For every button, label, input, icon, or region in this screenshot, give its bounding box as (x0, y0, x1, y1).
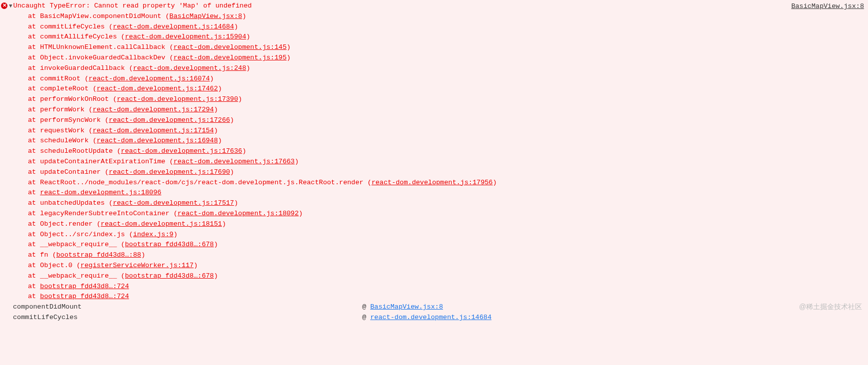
stack-source-link[interactable]: react-dom.development.js:17266 (109, 116, 230, 124)
stack-frame: at unbatchedUpdates (react-dom.developme… (28, 198, 868, 209)
stack-source-link[interactable]: react-dom.development.js:17294 (93, 106, 214, 113)
console-error-row: ✕ ▼ Uncaught TypeError: Cannot read prop… (0, 0, 868, 11)
stack-function-name: ReactRoot../node_modules/react-dom/cjs/r… (40, 179, 367, 186)
stack-source-link[interactable]: react-dom.development.js:18151 (101, 220, 222, 228)
async-stack-table: componentDidMount@ BasicMapView.jsx:8com… (0, 302, 868, 323)
async-stack-row: commitLifeCycles@ react-dom.development.… (13, 313, 868, 323)
stack-at-label: at (28, 33, 40, 40)
stack-function-name: performWorkOnRoot (40, 95, 113, 103)
stack-frame: at performWorkOnRoot (react-dom.developm… (28, 94, 868, 105)
stack-at-label: at (28, 23, 40, 30)
stack-function-name: completeRoot (40, 85, 92, 92)
stack-function-name: Object.0 (40, 262, 76, 269)
stack-source-link[interactable]: react-dom.development.js:16074 (89, 75, 210, 82)
stack-at-label: at (28, 95, 40, 103)
async-function-name: componentDidMount (13, 302, 362, 313)
stack-at-label: at (28, 85, 40, 92)
stack-source-link[interactable]: bootstrap fdd43d8…:88 (56, 251, 141, 259)
stack-at-label: at (28, 189, 40, 196)
stack-source-link[interactable]: registerServiceWorker.js:117 (80, 262, 194, 269)
stack-at-label: at (28, 106, 40, 113)
stack-source-link[interactable]: react-dom.development.js:145 (174, 43, 287, 51)
stack-function-name: Object.render (40, 220, 96, 228)
stack-frame: at bootstrap fdd43d8…:724 (28, 282, 868, 292)
stack-frame: at performSyncWork (react-dom.developmen… (28, 115, 868, 126)
stack-function-name: scheduleRootUpdate (40, 147, 117, 155)
stack-source-link[interactable]: react-dom.development.js:17690 (109, 168, 230, 176)
stack-source-link[interactable]: react-dom.development.js:17462 (97, 85, 218, 92)
stack-frame: at Object../src/index.js (index.js:9) (28, 230, 868, 240)
stack-source-link[interactable]: react-dom.development.js:195 (174, 54, 287, 61)
stack-frame: at __webpack_require__ (bootstrap fdd43d… (28, 271, 868, 282)
stack-source-link[interactable]: react-dom.development.js:18092 (178, 210, 299, 217)
stack-frame: at fn (bootstrap fdd43d8…:88) (28, 250, 868, 261)
stack-frame: at commitLifeCycles (react-dom.developme… (28, 22, 868, 32)
stack-at-label: at (28, 43, 40, 51)
stack-source-link[interactable]: react-dom.development.js:17956 (372, 179, 493, 186)
stack-frame: at updateContainer (react-dom.developmen… (28, 167, 868, 178)
stack-frame: at updateContainerAtExpirationTime (reac… (28, 157, 868, 167)
stack-at-label: at (28, 116, 40, 124)
stack-at-label: at (28, 210, 40, 217)
stack-function-name: performSyncWork (40, 116, 105, 124)
stack-at-label: at (28, 251, 40, 259)
stack-source-link[interactable]: bootstrap fdd43d8…:724 (40, 283, 129, 290)
stack-function-name: fn (40, 251, 52, 259)
stack-source-link[interactable]: react-dom.development.js:17517 (113, 199, 234, 207)
stack-at-label: at (28, 179, 40, 186)
stack-function-name: unbatchedUpdates (40, 199, 109, 207)
stack-frame: at Object.invokeGuardedCallbackDev (reac… (28, 53, 868, 63)
stack-source-link[interactable]: bootstrap fdd43d8…:724 (40, 293, 129, 300)
stack-at-label: at (28, 293, 40, 300)
stack-frame: at bootstrap fdd43d8…:724 (28, 292, 868, 302)
stack-at-label: at (28, 168, 40, 176)
stack-source-link[interactable]: BasicMapView.jsx:8 (170, 12, 242, 20)
async-source-link[interactable]: react-dom.development.js:14684 (370, 314, 491, 321)
stack-frame: at commitRoot (react-dom.development.js:… (28, 74, 868, 84)
stack-function-name: __webpack_require__ (40, 241, 121, 248)
stack-frame: at performWork (react-dom.development.js… (28, 105, 868, 115)
stack-function-name: performWork (40, 106, 88, 113)
error-icon: ✕ (1, 2, 7, 9)
stack-at-label: at (28, 220, 40, 228)
stack-frame: at scheduleWork (react-dom.development.j… (28, 136, 868, 146)
stack-frame: at Object.0 (registerServiceWorker.js:11… (28, 261, 868, 271)
stack-source-link[interactable]: react-dom.development.js:17636 (121, 147, 242, 155)
stack-source-link[interactable]: react-dom.development.js:17154 (93, 127, 214, 134)
disclosure-toggle[interactable]: ▼ (9, 1, 12, 11)
stack-function-name: updateContainer (40, 168, 105, 176)
stack-source-link[interactable]: react-dom.development.js:17663 (174, 158, 295, 165)
async-source-link[interactable]: BasicMapView.jsx:8 (370, 303, 443, 311)
stack-function-name: invokeGuardedCallback (40, 64, 129, 72)
stack-function-name: scheduleWork (40, 137, 92, 144)
stack-frame: at __webpack_require__ (bootstrap fdd43d… (28, 240, 868, 250)
stack-source-link[interactable]: react-dom.development.js:16948 (97, 137, 218, 144)
stack-source-link[interactable]: bootstrap fdd43d8…:678 (125, 272, 214, 280)
stack-frame: at Object.render (react-dom.development.… (28, 219, 868, 230)
stack-source-link[interactable]: bootstrap fdd43d8…:678 (125, 241, 214, 248)
stack-source-link[interactable]: react-dom.development.js:15904 (125, 33, 246, 40)
stack-frame: at requestWork (react-dom.development.js… (28, 126, 868, 136)
stack-at-label: at (28, 231, 40, 238)
stack-function-name: Object.invokeGuardedCallbackDev (40, 54, 169, 61)
stack-function-name: HTMLUnknownElement.callCallback (40, 43, 169, 51)
stack-source-link[interactable]: react-dom.development.js:18096 (40, 189, 161, 196)
error-source-link[interactable]: BasicMapView.jsx:8 (791, 1, 864, 12)
stack-frame: at commitAllLifeCycles (react-dom.develo… (28, 32, 868, 42)
stack-function-name: legacyRenderSubtreeIntoContainer (40, 210, 173, 217)
stack-at-label: at (28, 127, 40, 134)
stack-function-name: commitRoot (40, 75, 84, 82)
stack-at-label: at (28, 54, 40, 61)
stack-frame: at scheduleRootUpdate (react-dom.develop… (28, 146, 868, 157)
stack-source-link[interactable]: react-dom.development.js:14684 (113, 23, 234, 30)
stack-at-label: at (28, 283, 40, 290)
stack-function-name: commitLifeCycles (40, 23, 109, 30)
stack-frame: at completeRoot (react-dom.development.j… (28, 84, 868, 94)
stack-at-label: at (28, 272, 40, 280)
stack-at-label: at (28, 12, 40, 20)
stack-at-label: at (28, 147, 40, 155)
stack-source-link[interactable]: react-dom.development.js:17390 (117, 95, 238, 103)
stack-source-link[interactable]: index.js:9 (133, 231, 174, 238)
stack-frame: at ReactRoot../node_modules/react-dom/cj… (28, 178, 868, 188)
stack-source-link[interactable]: react-dom.development.js:248 (133, 64, 246, 72)
